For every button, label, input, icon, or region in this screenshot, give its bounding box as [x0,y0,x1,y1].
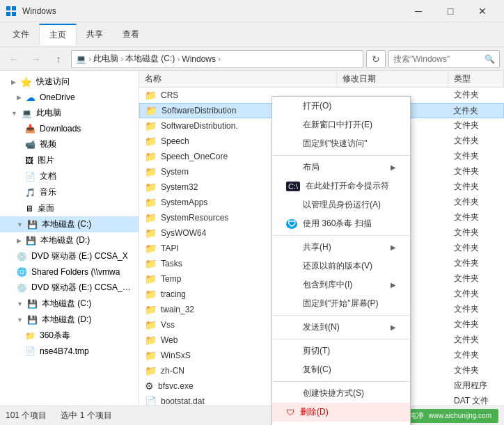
context-menu-item[interactable]: 🛡使用 360杀毒 扫描 [272,214,410,233]
context-menu-item[interactable]: 在新窗口中打开(E) [272,115,410,134]
context-menu-item[interactable]: 打开(O) [272,97,410,115]
file-name: System [161,167,189,177]
file-type: 文件夹 [448,273,504,284]
file-type: DAT 文件 [448,395,504,406]
context-menu-item[interactable]: 复制(C) [272,360,410,379]
search-icon: 🔍 [485,54,495,64]
sidebar-item-label: OneDrive [40,93,75,102]
ribbon-toolbar: 文件 主页 共享 查看 [0,22,504,47]
file-name: WinSxS [161,351,191,360]
sidebar-item-drive-c[interactable]: ▼ 💾 本地磁盘 (C:) [0,216,139,232]
context-menu-item[interactable]: 发送到(N)▶ [272,318,410,337]
this-pc-icon: 💻 [22,109,32,118]
app-icon [6,6,17,17]
file-icon: ⚙ [145,380,154,392]
file-name: bootstat.dat [161,396,205,406]
file-name: System32 [161,182,198,192]
sidebar-item-drive-d2[interactable]: ▼ 💾 本地磁盘 (D:) [0,312,139,328]
sidebar-item-onedrive[interactable]: ▶ ☁ OneDrive [0,90,139,105]
sidebar-item-pictures[interactable]: 🖼 图片 [0,152,139,168]
sidebar-item-nse[interactable]: 📄 nse4B74.tmp [0,344,139,359]
context-menu-item[interactable]: 布局▶ [272,158,410,177]
sidebar-item-label: 360杀毒 [40,330,70,342]
tab-home[interactable]: 主页 [39,24,77,45]
file-icon: 📁 [145,350,157,361]
quick-access-icon: ⭐ [20,77,32,88]
context-menu-item[interactable]: C:\在此处打开命令提示符 [272,177,410,195]
context-menu-item[interactable]: 还原以前的版本(V) [272,257,410,275]
sidebar-item-360[interactable]: 📁 360杀毒 [0,328,139,344]
forward-button[interactable]: → [26,50,46,68]
sidebar-item-label: 此电脑 [36,107,61,119]
search-box: 🔍 [388,50,500,68]
minimize-button[interactable]: ─ [402,0,434,22]
menu-label: 包含到库中(I) [303,279,352,291]
tab-share[interactable]: 共享 [77,24,113,45]
menu-label: 复制(C) [303,364,331,376]
context-menu-item[interactable]: 🛡重命名(M) [272,422,410,425]
maximize-button[interactable]: □ [434,0,466,22]
col-header-name[interactable]: 名称 [139,71,337,87]
breadcrumb[interactable]: 💻 › 此电脑 › 本地磁盘 (C:) › Windows › [71,50,363,68]
up-button[interactable]: ↑ [49,50,68,68]
menu-label: 以管理员身份运行(A) [303,199,381,211]
context-menu: 打开(O)在新窗口中打开(E)固定到"快速访问"布局▶C:\在此处打开命令提示符… [271,96,411,425]
sidebar-item-label: nse4B74.tmp [40,346,89,356]
sidebar-item-downloads[interactable]: 📥 Downloads [0,121,139,136]
context-menu-item[interactable]: 包含到库中(I)▶ [272,275,410,294]
file-type: 文件夹 [448,181,504,193]
tab-view[interactable]: 查看 [113,24,149,45]
sidebar-item-this-pc[interactable]: ▼ 💻 此电脑 [0,105,139,121]
context-menu-divider [272,339,410,339]
file-icon: 📁 [145,304,157,315]
cmd-icon: C:\ [286,182,300,191]
context-menu-item[interactable]: 共享(H)▶ [272,238,410,257]
sidebar-item-quick-access[interactable]: ▶ ⭐ 快速访问 [0,74,139,90]
360-icon: 🛡 [286,219,297,229]
context-menu-divider [272,381,410,382]
context-menu-item[interactable]: 以管理员身份运行(A) [272,195,410,214]
selected-count: 选中 1 个项目 [61,410,111,422]
sidebar-item-desktop[interactable]: 🖥 桌面 [0,200,139,216]
pictures-icon: 🖼 [25,156,33,166]
search-input[interactable] [393,54,482,64]
folder-360-icon: 📁 [25,331,36,341]
file-icon: 📁 [145,105,157,116]
col-header-type[interactable]: 类型 [448,71,504,87]
context-menu-item[interactable]: 剪切(T) [272,342,410,360]
file-name: SoftwareDistribution. [161,121,238,131]
file-type: 文件夹 [448,135,504,147]
refresh-button[interactable]: ↻ [366,50,386,68]
drive-c-icon: 💾 [27,220,38,230]
file-type: 文件夹 [448,288,504,300]
file-type: 文件夹 [448,349,504,361]
col-header-date[interactable]: 修改日期 [337,71,448,87]
sidebar-item-music[interactable]: 🎵 音乐 [0,184,139,200]
expand-icon: ▼ [17,300,23,307]
back-button[interactable]: ← [4,50,24,68]
sidebar-item-drive-d[interactable]: ▶ 💾 本地磁盘 (D:) [0,232,139,248]
file-type: 文件夹 [448,242,504,254]
file-name: bfsvc.exe [158,381,194,391]
tab-file[interactable]: 文件 [3,24,39,45]
sidebar-item-drive-c2[interactable]: ▼ 💾 本地磁盘 (C:) [0,296,139,312]
file-type: 文件夹 [448,334,504,346]
context-menu-item[interactable]: 🛡删除(D) [272,403,410,422]
file-type: 文件夹 [448,196,504,208]
expand-icon: ▼ [17,316,23,323]
music-icon: 🎵 [25,188,36,198]
menu-label: 创建快捷方式(S) [303,387,364,399]
sidebar-item-dvd-e2[interactable]: 💿 DVD 驱动器 (E:) CCSA_X64 [0,280,139,296]
context-menu-item[interactable]: 固定到"快速访问" [272,134,410,153]
svg-rect-3 [12,12,16,16]
sidebar-item-label: 快速访问 [36,76,70,88]
sidebar-item-label: Downloads [40,124,81,134]
file-name: Speech_OneCore [161,152,228,161]
close-button[interactable]: ✕ [466,0,498,22]
sidebar-item-dvd-e[interactable]: 💿 DVD 驱动器 (E:) CCSA_X [0,248,139,264]
context-menu-item[interactable]: 固定到"开始"屏幕(P) [272,294,410,313]
sidebar-item-shared[interactable]: 🌐 Shared Folders (\\vmwa [0,264,139,280]
sidebar-item-videos[interactable]: 📹 视频 [0,136,139,152]
sidebar-item-documents[interactable]: 📄 文档 [0,168,139,184]
context-menu-item[interactable]: 创建快捷方式(S) [272,384,410,403]
